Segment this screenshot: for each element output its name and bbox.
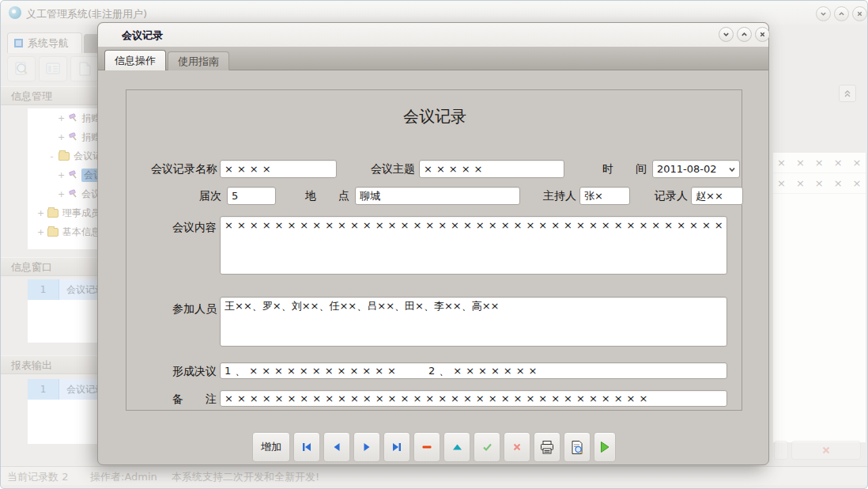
app-title: 义工管理系统(非注册用户) [26,7,147,21]
expander-icon[interactable]: - [48,151,55,161]
background-close-button[interactable] [791,441,861,460]
expander-icon[interactable]: + [58,189,65,199]
last-record-button[interactable] [383,432,410,462]
folder-icon [58,152,70,161]
info-window-panel: 1 会议记录 [28,279,98,343]
tree-item-meeting-record-mgmt[interactable]: - 会议记录管理 [28,146,98,165]
delete-record-button[interactable] [413,432,440,462]
row-label: 会议记录 [59,279,98,300]
expander-icon[interactable]: + [37,227,44,237]
print-button[interactable] [534,432,560,462]
last-record-icon [391,442,402,452]
row-label: 会议记录 [59,379,98,400]
row-number: 1 [28,379,59,400]
tab-user-guide[interactable]: 使用指南 [168,51,229,70]
subject-field[interactable]: ××××× [419,160,564,178]
expander-icon[interactable]: + [58,132,65,142]
first-record-icon [301,442,312,452]
list-item[interactable]: 1 会议记录 [28,379,98,400]
status-operator: 操作者:Admin [90,470,157,484]
execute-button[interactable] [594,432,616,462]
time-label: 时 间 [585,162,647,176]
tree-panel: + 捐赠信息 + 捐赠情况 - 会议记录管理 + 会议记录 + 会议记录 + 理… [28,108,98,249]
expander-icon[interactable]: + [58,170,65,180]
background-grid: ×××××××××× ×××××××××× [773,153,866,442]
place-field[interactable]: 聊城 [355,187,520,205]
time-value: 2011-08-02 [657,163,717,175]
recorder-field[interactable]: 赵×× [691,187,743,205]
cancel-button[interactable] [504,432,530,462]
previous-record-button[interactable] [323,432,350,462]
search-toolbar-button[interactable] [7,56,36,82]
tree-item-board-members[interactable]: + 理事成员管理 [28,203,98,222]
grid-row: ×××××××××× [773,153,866,173]
tree-item-donation-status[interactable]: + 捐赠情况 [28,127,98,146]
dialog-button-bar: 增加 [98,432,770,462]
list-toolbar-button[interactable] [39,56,67,82]
participants-textarea[interactable]: 王××、罗×、刘××、任××、吕××、田×、李××、高×× [220,297,727,347]
place-label: 地 点 [288,189,349,203]
session-field[interactable]: 5 [227,187,276,205]
remark-label: 备 注 [166,392,217,407]
record-name-field[interactable]: ×××× [220,160,337,178]
content-textarea[interactable]: ××××××××××××××××××××××××××××××××××××××××… [220,216,727,275]
host-field[interactable]: 张× [579,187,630,205]
record-name-label: 会议记录名称 [146,162,217,176]
nav-tab-icon [14,39,23,47]
print-preview-button[interactable] [564,432,591,462]
background-button-fragment[interactable] [774,441,788,460]
play-icon [599,441,610,453]
tab-hidden-fragment[interactable] [84,34,98,53]
tool-icon [68,189,77,199]
x-icon [512,442,522,452]
resolution-field[interactable]: 1、×××××××××××× 2、××××××× [220,362,727,379]
dialog-body: 会议记录 会议记录名称 ×××× 会议主题 ××××× 时 间 2011-08-… [98,70,768,466]
dialog-tabstrip: 信息操作 使用指南 [98,47,768,70]
tab-system-navigation[interactable]: 系统导航 [7,32,82,53]
time-combobox[interactable]: 2011-08-02 [652,160,740,178]
next-record-button[interactable] [353,432,380,462]
minus-icon [421,442,432,452]
search-icon [13,60,30,78]
confirm-button[interactable] [474,432,500,462]
tab-info-operation[interactable]: 信息操作 [104,50,166,70]
dialog-maximize-button[interactable] [737,27,752,42]
expander-icon[interactable]: + [58,113,65,123]
list-item[interactable]: 1 会议记录 [28,279,98,300]
close-icon [759,31,766,38]
first-record-button[interactable] [293,432,320,462]
check-icon [482,442,492,452]
participants-label: 参加人员 [166,302,217,317]
dialog-minimize-button[interactable] [719,27,734,42]
remark-field[interactable]: ×××××××××××××××××××××××××××××××××× [220,390,727,407]
tree-item-meeting-record-2[interactable]: + 会议记录 [28,184,98,203]
main-minimize-button[interactable] [816,6,831,21]
expander-icon[interactable]: + [37,208,44,218]
app-logo-icon [9,6,21,19]
status-record-count: 当前记录数 2 [7,470,68,484]
host-label: 主持人 [538,189,576,203]
document-toolbar-button[interactable] [70,56,99,82]
chevron-down-icon[interactable] [727,165,737,174]
list-icon [44,60,62,78]
tree-item-basic-info[interactable]: + 基本信息 [28,222,98,241]
tree-item-donation-info[interactable]: + 捐赠信息 [28,108,98,127]
dialog-close-button[interactable] [755,27,770,42]
double-chevron-up-icon [843,89,852,98]
section-info-window: 信息窗口 [1,257,98,276]
tool-icon [68,170,77,180]
print-preview-icon [569,440,585,455]
folder-icon [47,228,58,237]
main-close-button[interactable] [852,6,867,21]
chevron-up-icon [741,31,748,38]
row-number: 1 [28,279,59,300]
form-heading: 会议记录 [126,106,743,127]
tree-item-meeting-record-selected[interactable]: + 会议记录 [28,165,98,184]
collapse-panel-button[interactable] [839,85,856,102]
main-maximize-button[interactable] [834,6,849,21]
edit-record-button[interactable] [443,432,470,462]
dialog-title: 会议记录 [122,28,163,43]
close-icon [856,10,863,17]
add-button[interactable]: 增加 [252,432,290,462]
tool-icon [68,132,77,142]
